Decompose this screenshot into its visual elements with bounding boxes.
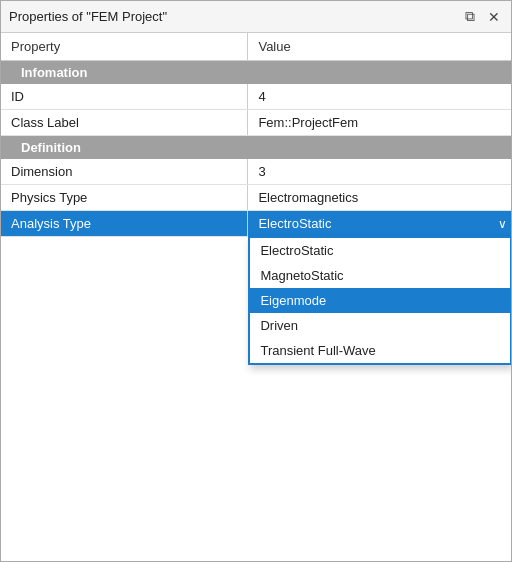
properties-table-wrap: Property Value Infomation ID 4 Class Lab… — [1, 33, 511, 561]
section-information-label: Infomation — [1, 61, 511, 85]
value-class-label: Fem::ProjectFem — [248, 110, 511, 136]
table-header-row: Property Value — [1, 33, 511, 61]
properties-table: Property Value Infomation ID 4 Class Lab… — [1, 33, 511, 237]
properties-window: Properties of "FEM Project" ⧉ ✕ Property… — [0, 0, 512, 562]
section-definition: Definition — [1, 136, 511, 160]
analysis-type-row[interactable]: Analysis Type ElectroStatic ∨ ElectroSta… — [1, 211, 511, 237]
chevron-down-icon: ∨ — [498, 217, 507, 231]
value-id: 4 — [248, 84, 511, 110]
header-value: Value — [248, 33, 511, 61]
table-row: Class Label Fem::ProjectFem — [1, 110, 511, 136]
header-property: Property — [1, 33, 248, 61]
property-class-label: Class Label — [1, 110, 248, 136]
property-id: ID — [1, 84, 248, 110]
selected-value: ElectroStatic — [258, 216, 331, 231]
property-physics-type: Physics Type — [1, 185, 248, 211]
value-dimension: 3 — [248, 159, 511, 185]
window-title: Properties of "FEM Project" — [9, 9, 167, 24]
list-item[interactable]: Transient Full-Wave — [250, 338, 510, 363]
restore-button[interactable]: ⧉ — [461, 8, 479, 26]
analysis-type-dropdown-cell[interactable]: ElectroStatic ∨ ElectroStatic MagnetoSta… — [248, 211, 511, 237]
value-physics-type: Electromagnetics — [248, 185, 511, 211]
list-item[interactable]: Eigenmode — [250, 288, 510, 313]
table-row: Physics Type Electromagnetics — [1, 185, 511, 211]
property-analysis-type: Analysis Type — [1, 211, 248, 237]
title-bar: Properties of "FEM Project" ⧉ ✕ — [1, 1, 511, 33]
list-item[interactable]: MagnetoStatic — [250, 263, 510, 288]
title-bar-controls: ⧉ ✕ — [461, 8, 503, 26]
list-item[interactable]: Driven — [250, 313, 510, 338]
list-item[interactable]: ElectroStatic — [250, 238, 510, 263]
table-row: Dimension 3 — [1, 159, 511, 185]
close-button[interactable]: ✕ — [485, 8, 503, 26]
table-row: ID 4 — [1, 84, 511, 110]
section-definition-label: Definition — [1, 136, 511, 160]
dropdown-popup[interactable]: ElectroStatic MagnetoStatic Eigenmode Dr… — [248, 236, 511, 365]
section-information: Infomation — [1, 61, 511, 85]
dropdown-trigger[interactable]: ElectroStatic ∨ — [258, 216, 507, 231]
property-dimension: Dimension — [1, 159, 248, 185]
